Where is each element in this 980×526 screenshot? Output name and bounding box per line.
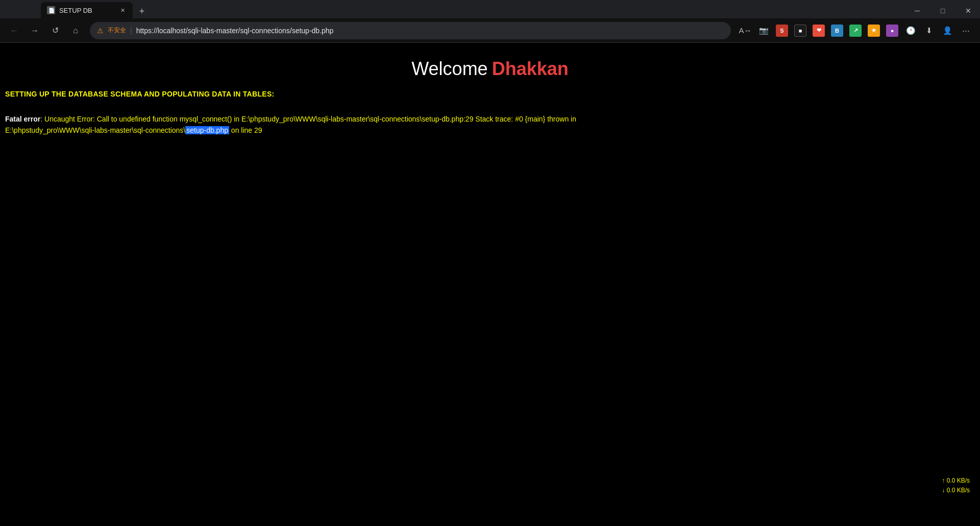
active-tab[interactable]: 📄 SETUP DB ✕ — [41, 2, 133, 18]
setup-heading: SETTING UP THE DATABASE SCHEMA AND POPUL… — [0, 85, 980, 108]
back-button[interactable]: ← — [6, 22, 22, 39]
extension-icon-7[interactable]: ● — [884, 22, 900, 39]
error-path-line2: on line — [229, 126, 254, 134]
refresh-button[interactable]: ↺ — [47, 22, 63, 39]
extension-icon-4[interactable]: B — [829, 22, 845, 39]
account-icon[interactable]: 👤 — [939, 22, 955, 39]
extension-icon-5[interactable]: ↗ — [847, 22, 864, 39]
security-warning-text: 不安全 — [108, 26, 126, 35]
screenshot-icon[interactable]: 📷 — [755, 22, 772, 39]
maximize-button[interactable]: □ — [931, 3, 954, 18]
address-text: https://localhost/sqli-labs-master/sql-c… — [136, 27, 724, 35]
download-icon[interactable]: ⬇ — [921, 22, 937, 39]
forward-button[interactable]: → — [27, 22, 43, 39]
tab-close-button[interactable]: ✕ — [118, 6, 127, 14]
address-separator: | — [130, 27, 132, 35]
error-path-line1: E:\phpstudy_pro\WWW\sqli-labs-master\sql… — [5, 126, 185, 134]
error-line-number: 29 — [254, 126, 262, 134]
address-bar[interactable]: ⚠ 不安全 | https://localhost/sqli-labs-mast… — [90, 22, 731, 39]
security-warning-icon: ⚠ — [97, 27, 104, 35]
error-block: Fatal error: Uncaught Error: Call to und… — [0, 108, 980, 141]
extension-icon-1[interactable]: S — [774, 22, 790, 39]
network-speed-overlay: ↑ 0.0 KB/s ↓ 0.0 KB/s — [942, 476, 970, 495]
error-label: Fatal error — [5, 115, 40, 123]
new-tab-button[interactable]: + — [135, 4, 149, 18]
tab-favicon: 📄 — [47, 6, 55, 14]
tab-bar: 📄 SETUP DB ✕ + ─ □ ✕ — [0, 0, 980, 18]
brand-text: Dhakkan — [492, 58, 569, 79]
upload-speed: ↑ 0.0 KB/s — [942, 476, 970, 486]
page-content: WelcomeDhakkan SETTING UP THE DATABASE S… — [0, 43, 980, 503]
extension-icon-2[interactable]: ■ — [792, 22, 808, 39]
error-path-highlight: setup-db.php — [185, 126, 229, 134]
welcome-text: Welcome — [411, 58, 487, 79]
nav-icons-right: A↔ 📷 S ■ ❤ B ↗ ★ ● 🕐 ⬇ — [737, 22, 974, 39]
download-speed: ↓ 0.0 KB/s — [942, 486, 970, 495]
menu-icon[interactable]: ⋯ — [958, 22, 974, 39]
extension-icon-3[interactable]: ❤ — [811, 22, 827, 39]
close-window-button[interactable]: ✕ — [957, 3, 980, 18]
nav-bar: ← → ↺ ⌂ ⚠ 不安全 | https://localhost/sqli-l… — [0, 18, 980, 43]
page-header: WelcomeDhakkan — [0, 43, 980, 85]
svg-text:📄: 📄 — [48, 7, 55, 14]
minimize-button[interactable]: ─ — [905, 3, 929, 18]
history-icon[interactable]: 🕐 — [902, 22, 919, 39]
tab-title: SETUP DB — [59, 7, 114, 14]
browser-frame: 📄 SETUP DB ✕ + ─ □ ✕ ← → ↺ ⌂ ⚠ 不安全 | htt… — [0, 0, 980, 43]
error-message: : Uncaught Error: Call to undefined func… — [40, 115, 576, 123]
home-button[interactable]: ⌂ — [67, 22, 84, 39]
window-controls: ─ □ ✕ — [905, 3, 980, 18]
translate-icon[interactable]: A↔ — [737, 22, 753, 39]
extension-icon-6[interactable]: ★ — [866, 22, 882, 39]
url-text: https://localhost/sqli-labs-master/sql-c… — [136, 27, 334, 35]
